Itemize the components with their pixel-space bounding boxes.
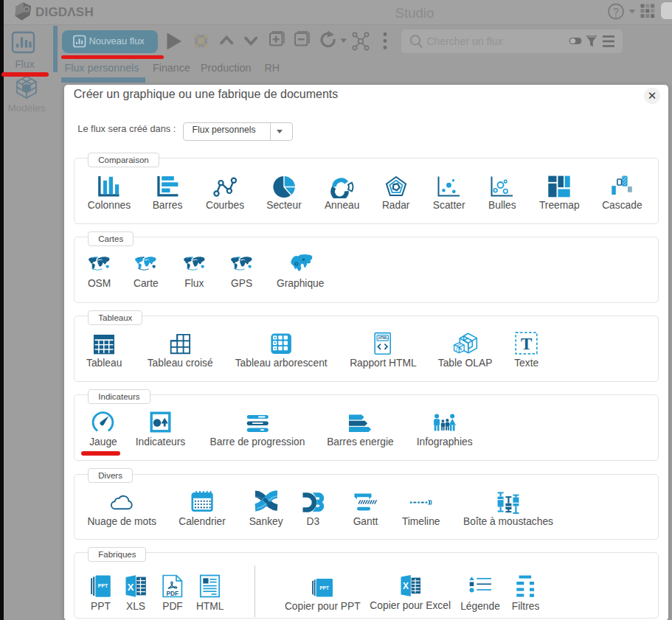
svg-text:T: T <box>521 335 532 353</box>
svg-text:.HTML: .HTML <box>378 337 388 341</box>
svg-text:PPT: PPT <box>320 585 330 591</box>
svg-text:?: ? <box>613 6 619 18</box>
svg-text:X: X <box>403 582 409 592</box>
